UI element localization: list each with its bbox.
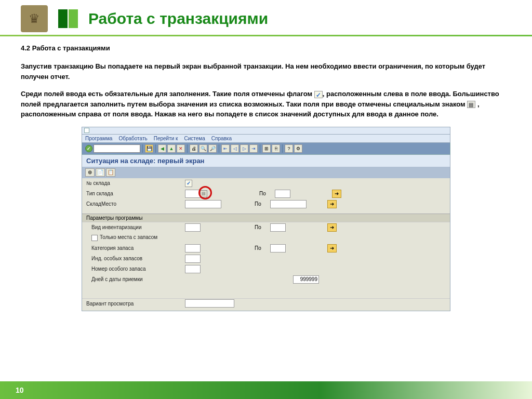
find-next-button[interactable]: 🔎 xyxy=(208,144,217,153)
input-special-no[interactable] xyxy=(185,265,201,273)
label-to: По xyxy=(255,245,270,251)
label-warehouse-no: № склада xyxy=(86,180,185,186)
value-help-icon xyxy=(467,101,475,108)
label-to: По xyxy=(259,191,275,196)
menu-help[interactable]: Справка xyxy=(211,136,232,141)
multiple-selection-button[interactable]: ➜ xyxy=(327,223,337,232)
selection-button[interactable]: 📋 xyxy=(106,168,115,177)
input-inv-type-from[interactable] xyxy=(185,223,201,232)
input-special-ind[interactable] xyxy=(185,255,201,263)
multiple-selection-button[interactable]: ➜ xyxy=(327,200,337,208)
sap-app-toolbar: ⊕ 📄 📋 xyxy=(82,167,450,178)
slide-content: 4.2 Работа с транзакциями Запустив транз… xyxy=(0,44,532,311)
find-button[interactable]: 🔍 xyxy=(199,144,207,153)
paragraph-2: Среди полей ввода есть обязательные для … xyxy=(21,89,511,119)
input-warehouse-type-from[interactable] xyxy=(185,190,201,198)
menu-edit[interactable]: Обработать xyxy=(118,136,147,141)
slide-header: Работа с транзакциями xyxy=(0,0,532,35)
menu-goto[interactable]: Перейти к xyxy=(154,136,178,141)
group-header-params: Параметры программы xyxy=(82,214,450,222)
next-page-button[interactable]: ▷ xyxy=(240,144,248,153)
sap-window-bar xyxy=(82,127,450,134)
checkbox-only-stock[interactable] xyxy=(91,235,98,241)
last-page-button[interactable]: ⇥ xyxy=(249,144,258,153)
required-flag-icon xyxy=(314,91,323,98)
enter-button[interactable]: ✓ xyxy=(85,145,92,152)
first-page-button[interactable]: ⇤ xyxy=(221,144,230,153)
exit-button[interactable]: ▲ xyxy=(167,144,176,153)
page-number: 10 xyxy=(16,386,24,394)
section-heading: 4.2 Работа с транзакциями xyxy=(21,44,511,52)
sap-form-body: № склада ✓ Тип склада ▤ По ➜ СкладМесто … xyxy=(82,178,450,311)
execute-button[interactable]: ⊕ xyxy=(85,168,95,177)
get-variant-button[interactable]: 📄 xyxy=(96,168,105,177)
shortcut-button[interactable]: ⎘ xyxy=(272,144,280,153)
input-stock-cat-to[interactable] xyxy=(270,244,286,252)
print-button[interactable]: 🖨 xyxy=(190,144,198,153)
input-days-since[interactable]: 999999 xyxy=(293,275,319,284)
label-warehouse-type: Тип склада xyxy=(86,191,185,196)
input-inv-type-to[interactable] xyxy=(270,223,286,232)
menu-system[interactable]: Система xyxy=(184,136,205,141)
slide-footer: 10 xyxy=(0,381,532,399)
sap-toolbar: ✓ 💾 ◀ ▲ ✕ 🖨 🔍 🔎 ⇤ ◁ ▷ ⇥ ⊞ ⎘ ? ⚙ xyxy=(82,143,450,155)
label-to: По xyxy=(255,224,270,230)
p2-part-a: Среди полей ввода есть обязательные для … xyxy=(21,90,312,98)
sap-screenshot: Программа Обработать Перейти к Система С… xyxy=(82,127,450,311)
slide-title: Работа с транзакциями xyxy=(88,10,268,28)
divider xyxy=(0,35,532,36)
back-button[interactable]: ◀ xyxy=(158,144,166,153)
label-only-stock: Только места с запасом xyxy=(86,234,185,241)
label-special-no: Номер особого запаса xyxy=(86,266,185,272)
label-days-since: Дней с даты приемки xyxy=(86,276,185,282)
input-storage-bin-from[interactable] xyxy=(185,200,221,208)
required-flag-icon: ✓ xyxy=(185,180,192,187)
label-special-ind: Инд. особых запасов xyxy=(86,256,185,261)
value-help-button[interactable]: ▤ xyxy=(200,190,207,197)
sap-menu-bar: Программа Обработать Перейти к Система С… xyxy=(82,134,450,143)
label-inv-type: Вид инвентаризации xyxy=(86,224,185,230)
layout-button[interactable]: ⚙ xyxy=(294,144,302,153)
label-display-variant: Вариант просмотра xyxy=(86,301,185,307)
save-button[interactable]: 💾 xyxy=(145,144,153,153)
menu-program[interactable]: Программа xyxy=(85,136,112,141)
input-storage-bin-to[interactable] xyxy=(270,200,307,208)
cancel-button[interactable]: ✕ xyxy=(177,144,185,153)
crest-logo xyxy=(21,5,48,32)
window-menu-icon[interactable] xyxy=(84,128,89,133)
help-button[interactable]: ? xyxy=(285,144,293,153)
sap-screen-title: Ситуация на складе: первый экран xyxy=(82,155,450,167)
multiple-selection-button[interactable]: ➜ xyxy=(332,190,341,198)
label-storage-bin: СкладМесто xyxy=(86,201,185,207)
multiple-selection-button[interactable]: ➜ xyxy=(327,244,337,252)
command-field[interactable] xyxy=(94,144,140,153)
label-stock-cat: Категория запаса xyxy=(86,245,185,251)
input-display-variant[interactable] xyxy=(185,299,234,308)
prev-page-button[interactable]: ◁ xyxy=(231,144,239,153)
input-warehouse-type-to[interactable] xyxy=(275,190,290,198)
new-session-button[interactable]: ⊞ xyxy=(262,144,271,153)
input-stock-cat-from[interactable] xyxy=(185,244,201,252)
label-to: По xyxy=(255,201,270,207)
paragraph-1: Запустив транзакцию Вы попадаете на перв… xyxy=(21,61,511,82)
decor-blocks xyxy=(58,9,78,28)
